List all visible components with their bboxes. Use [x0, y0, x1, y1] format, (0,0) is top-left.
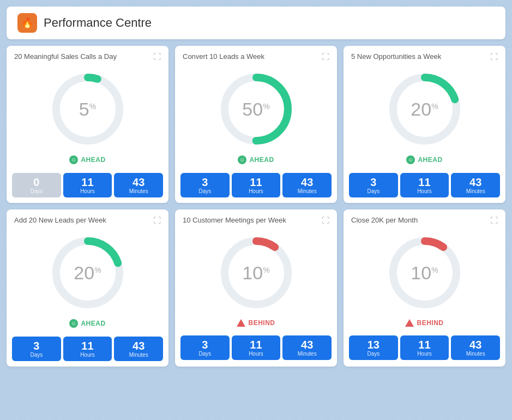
footer-label: Days — [351, 351, 396, 357]
footer-item-2[interactable]: 43 Minutes — [114, 337, 163, 361]
footer-item-1[interactable]: 11 Hours — [232, 173, 281, 197]
donut-label: 5% — [79, 100, 96, 118]
donut-chart: 5% — [47, 68, 129, 150]
donut-chart: 20% — [47, 232, 129, 314]
status-badge: ☺ AHEAD — [69, 155, 105, 164]
donut-label: 10% — [411, 263, 438, 282]
footer-label: Minutes — [285, 351, 329, 357]
status-icon — [237, 319, 245, 327]
card-new-leads: Add 20 New Leads per Week ⛶ 20% ☺ AHEAD — [7, 209, 168, 367]
donut-percent: 10% — [411, 263, 438, 282]
card-leads-week: Convert 10 Leads a Week ⛶ 50% ☺ AHEAD — [175, 46, 337, 203]
page-title: Performance Centre — [44, 16, 152, 30]
card-meetings: 10 Customer Meetings per Week ⛶ 10% BEHI… — [175, 209, 337, 367]
footer-item-0[interactable]: 3 Days — [349, 173, 398, 197]
card-title: 5 New Opportunities a Week — [351, 52, 441, 62]
status-badge: ☺ AHEAD — [238, 155, 274, 164]
footer-item-0[interactable]: 13 Days — [349, 335, 398, 360]
footer-value: 3 — [14, 340, 59, 352]
status-text: AHEAD — [81, 320, 105, 327]
status-badge: ☺ AHEAD — [69, 319, 105, 328]
footer-item-2[interactable]: 43 Minutes — [114, 173, 163, 197]
card-title: 20 Meaningful Sales Calls a Day — [14, 52, 117, 62]
footer-value: 3 — [183, 176, 227, 188]
donut-chart: 20% — [384, 68, 466, 150]
expand-icon[interactable]: ⛶ — [322, 52, 329, 61]
footer-value: 43 — [453, 339, 498, 351]
footer-label: Hours — [402, 188, 447, 194]
footer-label: Minutes — [453, 188, 498, 194]
card-header: 20 Meaningful Sales Calls a Day ⛶ — [7, 46, 168, 66]
card-header: Convert 10 Leads a Week ⛶ — [175, 46, 337, 66]
card-body: 20% ☺ AHEAD — [7, 230, 168, 333]
expand-icon[interactable]: ⛶ — [490, 52, 498, 61]
app-icon: 🔥 — [17, 13, 37, 33]
card-footer: 3 Days 11 Hours 43 Minutes — [7, 333, 168, 367]
footer-value: 11 — [65, 176, 110, 188]
footer-value: 3 — [183, 339, 227, 351]
footer-label: Minutes — [285, 188, 329, 194]
card-header: Close 20K per Month ⛶ — [344, 209, 505, 230]
footer-label: Days — [351, 188, 396, 194]
status-badge: BEHIND — [405, 319, 443, 327]
footer-value: 3 — [351, 176, 396, 188]
footer-item-0[interactable]: 3 Days — [12, 337, 61, 361]
footer-item-2[interactable]: 43 Minutes — [451, 335, 500, 360]
footer-item-0[interactable]: 3 Days — [180, 335, 230, 360]
footer-value: 11 — [402, 176, 447, 188]
expand-icon[interactable]: ⛶ — [322, 216, 329, 225]
footer-label: Hours — [65, 188, 110, 194]
status-text: BEHIND — [417, 319, 443, 327]
footer-label: Hours — [65, 352, 110, 358]
footer-value: 11 — [234, 339, 279, 351]
footer-item-1[interactable]: 11 Hours — [400, 335, 449, 360]
donut-percent: 10% — [242, 263, 269, 282]
card-footer: 13 Days 11 Hours 43 Minutes — [344, 332, 505, 365]
footer-label: Days — [14, 352, 59, 358]
footer-value: 11 — [402, 339, 447, 351]
status-icon — [405, 319, 414, 327]
card-body: 5% ☺ AHEAD — [7, 66, 168, 170]
donut-percent: 50% — [242, 100, 269, 118]
status-icon: ☺ — [238, 155, 246, 164]
page-header: 🔥 Performance Centre — [7, 7, 505, 39]
footer-label: Hours — [234, 188, 279, 194]
card-sales-calls: 20 Meaningful Sales Calls a Day ⛶ 5% ☺ A… — [7, 46, 168, 203]
footer-item-0[interactable]: 3 Days — [180, 173, 230, 197]
card-body: 20% ☺ AHEAD — [344, 66, 505, 170]
expand-icon[interactable]: ⛶ — [490, 216, 498, 225]
footer-item-1[interactable]: 11 Hours — [232, 335, 281, 360]
expand-icon[interactable]: ⛶ — [153, 52, 161, 61]
card-footer: 3 Days 11 Hours 43 Minutes — [344, 170, 505, 203]
footer-item-1[interactable]: 11 Hours — [400, 173, 449, 197]
donut-percent: 20% — [411, 100, 438, 118]
footer-value: 43 — [116, 176, 161, 188]
footer-label: Minutes — [453, 351, 498, 357]
expand-icon[interactable]: ⛶ — [153, 216, 161, 225]
donut-label: 20% — [74, 263, 101, 282]
status-text: AHEAD — [249, 156, 274, 164]
footer-item-2[interactable]: 43 Minutes — [451, 173, 500, 197]
footer-value: 0 — [14, 176, 59, 188]
footer-value: 43 — [285, 339, 329, 351]
card-body: 10% BEHIND — [175, 230, 337, 332]
status-badge: ☺ AHEAD — [406, 155, 442, 164]
footer-item-0[interactable]: 0 Days — [12, 173, 61, 197]
footer-value: 11 — [65, 340, 110, 352]
footer-label: Days — [14, 188, 59, 194]
footer-item-2[interactable]: 43 Minutes — [282, 335, 332, 360]
footer-item-2[interactable]: 43 Minutes — [282, 173, 332, 197]
footer-item-1[interactable]: 11 Hours — [63, 337, 112, 361]
footer-item-1[interactable]: 11 Hours — [63, 173, 112, 197]
status-icon: ☺ — [69, 319, 78, 328]
donut-label: 20% — [411, 100, 438, 118]
footer-value: 11 — [234, 176, 279, 188]
footer-label: Minutes — [116, 352, 161, 358]
footer-label: Days — [183, 188, 227, 194]
status-text: AHEAD — [81, 156, 105, 164]
card-body: 50% ☺ AHEAD — [175, 66, 337, 170]
donut-percent: 5% — [79, 100, 96, 118]
footer-value: 43 — [453, 176, 498, 188]
footer-value: 13 — [351, 339, 396, 351]
donut-percent: 20% — [74, 263, 101, 282]
